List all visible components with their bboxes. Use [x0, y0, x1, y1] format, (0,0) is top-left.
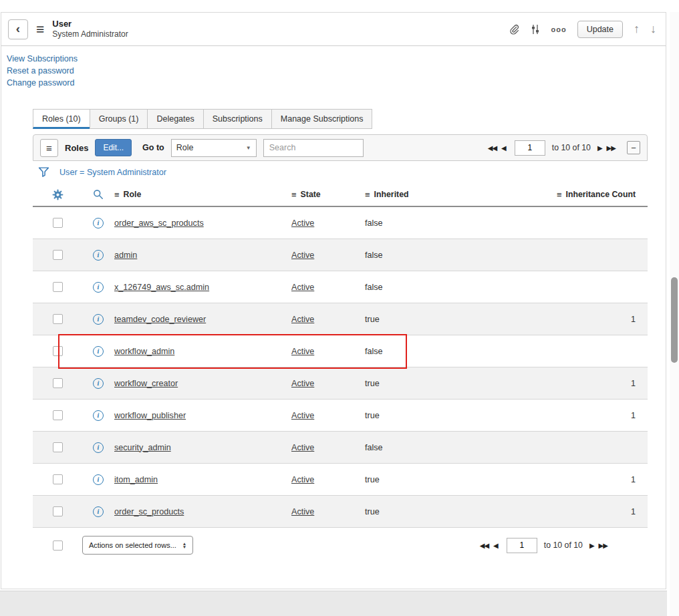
role-link[interactable]: workflow_creator: [114, 379, 178, 388]
row-checkbox[interactable]: [53, 346, 63, 356]
column-header-inheritance-count[interactable]: ≡ Inheritance Count: [557, 190, 636, 200]
last-page-icon[interactable]: ▶▶: [607, 144, 616, 152]
state-link[interactable]: Active: [291, 218, 314, 228]
current-page-input[interactable]: [507, 538, 537, 553]
link-change-password[interactable]: Change password: [7, 77, 666, 89]
tab-roles[interactable]: Roles (10): [33, 109, 90, 129]
inherited-value: false: [365, 347, 485, 356]
role-link[interactable]: workflow_publisher: [114, 411, 186, 420]
row-checkbox[interactable]: [53, 474, 63, 484]
inherited-value: true: [365, 379, 485, 388]
update-button[interactable]: Update: [577, 21, 623, 38]
row-checkbox[interactable]: [53, 506, 63, 516]
role-link[interactable]: x_126749_aws_sc.admin: [114, 283, 209, 292]
info-icon[interactable]: i: [93, 250, 104, 261]
state-link[interactable]: Active: [291, 507, 314, 516]
info-icon[interactable]: i: [93, 410, 104, 421]
vertical-scrollbar[interactable]: [670, 12, 679, 616]
row-checkbox[interactable]: [53, 218, 63, 228]
state-link[interactable]: Active: [291, 475, 314, 484]
last-page-icon[interactable]: ▶▶: [599, 542, 607, 549]
info-icon[interactable]: i: [93, 442, 104, 453]
link-view-subscriptions[interactable]: View Subscriptions: [7, 53, 666, 65]
role-link[interactable]: teamdev_code_reviewer: [114, 315, 206, 324]
role-link[interactable]: itom_admin: [114, 475, 158, 484]
column-header-inherited[interactable]: ≡ Inherited: [365, 190, 409, 200]
next-page-icon[interactable]: ▶: [589, 542, 594, 549]
next-record-arrow-icon[interactable]: ↓: [650, 22, 656, 36]
role-link[interactable]: security_admin: [114, 443, 171, 452]
search-icon[interactable]: [93, 189, 104, 200]
scrollbar-thumb[interactable]: [671, 277, 678, 363]
state-link[interactable]: Active: [291, 251, 314, 260]
bottom-gray-band: [0, 591, 667, 616]
row-checkbox[interactable]: [53, 282, 63, 292]
minus-icon: −: [631, 143, 636, 153]
column-header-role[interactable]: ≡ Role: [114, 190, 141, 200]
tab-manage-subscriptions[interactable]: Manage Subscriptions: [271, 109, 373, 129]
state-link[interactable]: Active: [291, 347, 314, 356]
tab-delegates[interactable]: Delegates: [147, 109, 202, 129]
table-row: i order_sc_products Active true 1: [33, 496, 648, 528]
current-page-input[interactable]: [515, 140, 545, 156]
info-icon[interactable]: i: [93, 346, 104, 357]
previous-record-arrow-icon[interactable]: ↑: [634, 22, 640, 36]
info-icon[interactable]: i: [93, 314, 104, 325]
gear-icon[interactable]: [52, 189, 63, 200]
updown-spinner-icon: ▲ ▼: [182, 542, 186, 549]
back-button[interactable]: ‹: [8, 19, 28, 39]
state-link[interactable]: Active: [291, 315, 314, 324]
info-icon[interactable]: i: [93, 218, 104, 228]
role-link[interactable]: admin: [114, 251, 137, 260]
column-menu-icon: ≡: [365, 190, 370, 200]
table-row: i workflow_publisher Active true 1: [33, 400, 648, 432]
select-all-checkbox[interactable]: [53, 541, 63, 551]
first-page-icon[interactable]: ◀◀: [488, 144, 497, 152]
list-toolbar: ≡ Roles Edit... Go to Role ▼ ◀◀ ◀ to 10 …: [33, 134, 648, 161]
column-menu-icon: ≡: [291, 190, 297, 200]
edit-button[interactable]: Edit...: [95, 139, 132, 156]
row-checkbox[interactable]: [53, 378, 63, 388]
bottom-pagination: ◀◀ ◀ to 10 of 10 ▶ ▶▶: [480, 538, 648, 553]
goto-field-select[interactable]: Role ▼: [171, 139, 257, 157]
paperclip-icon[interactable]: [509, 24, 519, 35]
state-link[interactable]: Active: [291, 283, 314, 292]
row-checkbox[interactable]: [53, 442, 63, 452]
list-context-menu-button[interactable]: ≡: [40, 139, 58, 157]
previous-page-icon[interactable]: ◀: [493, 542, 498, 549]
actions-on-selected-rows-select[interactable]: Actions on selected rows... ▲ ▼: [82, 536, 193, 555]
header-actions: ooo Update ↑ ↓: [509, 21, 656, 38]
info-icon[interactable]: i: [93, 282, 104, 293]
list-footer: Actions on selected rows... ▲ ▼ ◀◀ ◀ to …: [33, 528, 648, 563]
inherited-value: true: [365, 315, 485, 324]
tab-groups[interactable]: Groups (1): [90, 109, 148, 129]
inherited-value: false: [365, 251, 485, 260]
info-icon[interactable]: i: [93, 474, 104, 485]
filter-row: User = System Administrator: [33, 161, 648, 183]
role-link[interactable]: order_aws_sc_products: [114, 218, 204, 228]
first-page-icon[interactable]: ◀◀: [480, 542, 489, 549]
info-icon[interactable]: i: [93, 506, 104, 517]
collapse-list-button[interactable]: −: [627, 141, 640, 154]
personalize-sliders-icon[interactable]: [530, 24, 541, 35]
previous-page-icon[interactable]: ◀: [501, 144, 506, 152]
role-link[interactable]: workflow_admin: [114, 347, 174, 356]
row-checkbox[interactable]: [53, 314, 63, 324]
search-input[interactable]: [263, 139, 364, 157]
table-row: i teamdev_code_reviewer Active true 1: [33, 303, 648, 335]
link-reset-password[interactable]: Reset a password: [7, 65, 666, 77]
filter-breadcrumb[interactable]: User = System Administrator: [59, 168, 166, 177]
form-context-menu-icon[interactable]: ≡: [36, 21, 44, 37]
more-options-icon[interactable]: ooo: [551, 25, 567, 33]
state-link[interactable]: Active: [291, 411, 314, 420]
row-checkbox[interactable]: [53, 250, 63, 260]
column-header-state[interactable]: ≡ State: [291, 190, 321, 200]
next-page-icon[interactable]: ▶: [597, 144, 602, 152]
row-checkbox[interactable]: [53, 410, 63, 420]
info-icon[interactable]: i: [93, 378, 104, 389]
state-link[interactable]: Active: [291, 443, 314, 452]
funnel-icon[interactable]: [38, 166, 49, 178]
state-link[interactable]: Active: [291, 379, 314, 388]
tab-subscriptions[interactable]: Subscriptions: [203, 109, 271, 129]
role-link[interactable]: order_sc_products: [114, 507, 184, 516]
